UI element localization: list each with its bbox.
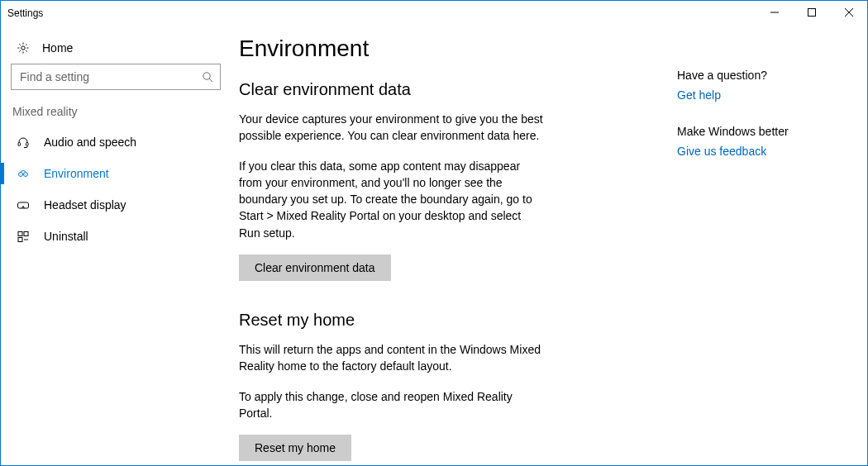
sidebar: Home Mixed reality Audio and speech — [1, 26, 232, 465]
search-input[interactable] — [12, 64, 195, 89]
svg-rect-7 — [18, 143, 21, 146]
search-box[interactable] — [11, 64, 221, 90]
body-text: To apply this change, close and reopen M… — [239, 388, 545, 422]
aside-feedback-heading: Make Windows better — [677, 125, 851, 138]
minimize-icon — [770, 7, 779, 19]
environment-icon — [16, 166, 31, 181]
clear-environment-data-button[interactable]: Clear environment data — [239, 254, 391, 281]
home-gear-icon — [16, 40, 31, 55]
give-feedback-link[interactable]: Give us feedback — [677, 145, 851, 158]
sidebar-item-label: Environment — [44, 167, 109, 180]
aside: Have a question? Get help Make Windows b… — [669, 36, 851, 465]
uninstall-icon — [16, 229, 31, 244]
svg-rect-15 — [24, 232, 28, 236]
svg-point-5 — [203, 73, 210, 79]
svg-line-6 — [209, 78, 212, 82]
svg-rect-16 — [18, 238, 22, 242]
minimize-button[interactable] — [756, 1, 793, 26]
sidebar-item-label: Audio and speech — [44, 136, 136, 149]
close-icon — [845, 7, 853, 19]
maximize-icon — [808, 7, 816, 19]
svg-point-12 — [25, 174, 26, 174]
sidebar-item-uninstall[interactable]: Uninstall — [1, 221, 232, 252]
close-button[interactable] — [830, 1, 867, 26]
svg-rect-14 — [18, 232, 22, 236]
svg-point-4 — [21, 46, 25, 50]
sidebar-item-label: Headset display — [44, 198, 126, 212]
home-label: Home — [42, 41, 73, 55]
sidebar-item-headset-display[interactable]: Headset display — [1, 189, 232, 221]
section-title-reset-my-home: Reset my home — [239, 311, 669, 330]
main-content: Environment Clear environment data Your … — [239, 36, 669, 465]
get-help-link[interactable]: Get help — [677, 88, 851, 102]
category-label: Mixed reality — [1, 105, 232, 126]
sidebar-item-environment[interactable]: Environment — [1, 158, 232, 189]
body-text: If you clear this data, some app content… — [239, 158, 545, 241]
body-text: This will return the apps and content in… — [239, 341, 545, 375]
svg-point-11 — [20, 174, 21, 174]
titlebar: Settings — [1, 1, 867, 26]
body-text: Your device captures your environment to… — [239, 111, 545, 145]
sidebar-item-audio-and-speech[interactable]: Audio and speech — [1, 126, 232, 158]
headset-icon — [16, 135, 31, 150]
maximize-button[interactable] — [793, 1, 830, 26]
sidebar-item-label: Uninstall — [44, 230, 88, 243]
reset-my-home-button[interactable]: Reset my home — [239, 435, 351, 461]
section-title-clear-environment-data: Clear environment data — [239, 80, 669, 99]
svg-rect-1 — [808, 9, 815, 17]
page-title: Environment — [239, 36, 669, 62]
vr-headset-icon — [16, 197, 31, 212]
svg-rect-8 — [26, 143, 29, 146]
nav: Audio and speech Environment Headset dis… — [1, 126, 232, 252]
window-title: Settings — [7, 7, 43, 19]
svg-rect-13 — [18, 202, 29, 208]
home-link[interactable]: Home — [1, 36, 232, 64]
search-icon — [195, 71, 220, 83]
window-controls — [756, 1, 867, 26]
aside-question-heading: Have a question? — [677, 69, 851, 82]
